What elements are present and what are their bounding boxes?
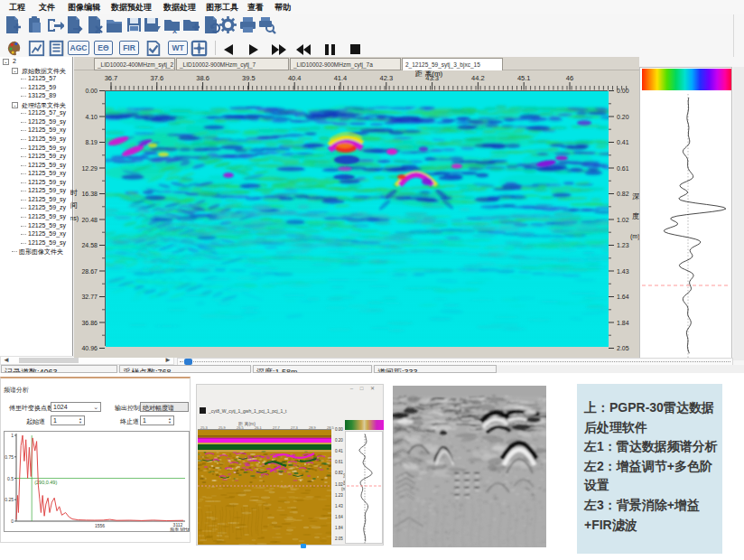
- svg-text:41.4: 41.4: [334, 74, 348, 82]
- svg-text:0.00: 0.00: [617, 88, 629, 94]
- svg-text:40.96: 40.96: [81, 345, 98, 351]
- svg-text:0.5: 0.5: [7, 476, 14, 481]
- svg-text:28.67: 28.67: [81, 268, 98, 275]
- svg-text:0.61: 0.61: [617, 165, 629, 172]
- svg-text:度: 度: [632, 212, 639, 220]
- svg-text:(ns): (ns): [70, 215, 79, 222]
- svg-text:46: 46: [566, 74, 573, 82]
- svg-text:距 离(m): 距 离(m): [415, 70, 443, 78]
- svg-text:39.5: 39.5: [242, 74, 256, 82]
- svg-text:38.6: 38.6: [196, 74, 209, 82]
- svg-text:1.84: 1.84: [617, 320, 629, 326]
- svg-text:37.6: 37.6: [150, 74, 163, 82]
- svg-text:40.4: 40.4: [288, 74, 302, 82]
- svg-text:44.2: 44.2: [471, 74, 485, 82]
- svg-text:1556: 1556: [95, 523, 105, 528]
- svg-text:x: x: [172, 26, 177, 34]
- svg-text:深: 深: [632, 192, 639, 201]
- svg-text:0.25: 0.25: [5, 497, 14, 502]
- svg-text:12.29: 12.29: [81, 165, 98, 172]
- svg-text:1.64: 1.64: [617, 294, 629, 300]
- svg-text:24.58: 24.58: [81, 242, 98, 248]
- svg-text:1.43: 1.43: [617, 268, 629, 275]
- svg-text:1: 1: [11, 433, 14, 438]
- svg-text:16.38: 16.38: [81, 191, 98, 197]
- svg-text:42.3: 42.3: [379, 74, 393, 82]
- svg-text:32.77: 32.77: [81, 294, 98, 300]
- svg-text:0.00: 0.00: [85, 88, 98, 94]
- svg-text:36.86: 36.86: [81, 320, 98, 326]
- svg-text:频率 MHz: 频率 MHz: [170, 527, 190, 532]
- svg-text:8.19: 8.19: [85, 139, 98, 145]
- svg-text:0.20: 0.20: [617, 114, 629, 120]
- svg-text:1.02: 1.02: [617, 217, 629, 223]
- svg-text:0: 0: [11, 518, 14, 524]
- svg-text:36.7: 36.7: [105, 74, 118, 82]
- svg-text:1.23: 1.23: [617, 242, 629, 248]
- svg-text:4.10: 4.10: [85, 114, 98, 120]
- svg-text:2.05: 2.05: [617, 345, 629, 351]
- svg-text:0.82: 0.82: [617, 191, 629, 197]
- svg-text:45.1: 45.1: [517, 74, 531, 82]
- svg-text:间: 间: [70, 201, 78, 210]
- svg-text:(m): (m): [630, 233, 640, 240]
- svg-text:20.48: 20.48: [81, 217, 98, 223]
- svg-text:时: 时: [70, 189, 78, 197]
- svg-text:0.75: 0.75: [5, 454, 14, 460]
- svg-text:0.41: 0.41: [617, 139, 629, 145]
